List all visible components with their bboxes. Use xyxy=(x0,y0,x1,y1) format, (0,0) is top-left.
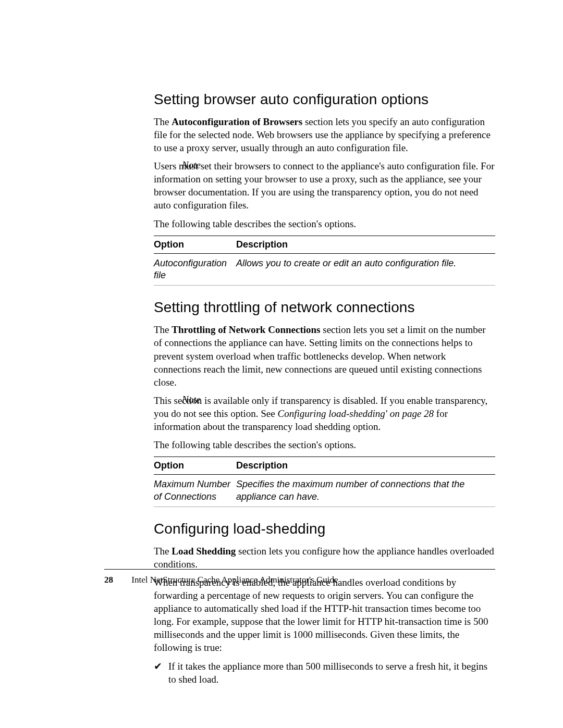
footer-text: 28 Intel NetStructure Cache Appliance Ad… xyxy=(104,575,495,585)
section-browser-autoconfig: Setting browser auto configuration optio… xyxy=(154,91,495,286)
section-heading: Setting browser auto configuration optio… xyxy=(154,91,495,108)
col-header-option: Option xyxy=(154,457,236,475)
section-heading: Configuring load-shedding xyxy=(154,521,495,537)
note-text: Users must set their browsers to connect… xyxy=(154,159,495,212)
text: The xyxy=(154,116,172,127)
section-load-shedding: Configuring load-shedding The Load Shedd… xyxy=(154,521,495,686)
page-number: 28 xyxy=(104,575,129,585)
checkmark-icon: ✔ xyxy=(154,660,162,673)
checklist: ✔ If it takes the appliance more than 50… xyxy=(154,660,495,686)
cell-option: Autoconfiguration file xyxy=(154,253,236,286)
paragraph: The Throttling of Network Connections se… xyxy=(154,323,495,388)
text: The xyxy=(154,546,172,557)
note-text: This section is available only if transp… xyxy=(154,394,495,433)
list-item: ✔ If it takes the appliance more than 50… xyxy=(154,660,495,686)
table-header-row: Option Description xyxy=(154,236,495,253)
options-table-autoconfig: Option Description Autoconfiguration fil… xyxy=(154,236,495,286)
table-row: Maximum Number of Connections Specifies … xyxy=(154,475,495,507)
note-label: Note xyxy=(154,159,201,171)
paragraph: The Autoconfiguration of Browsers sectio… xyxy=(154,115,495,154)
cell-option: Maximum Number of Connections xyxy=(154,475,236,507)
text: The xyxy=(154,324,172,335)
bold-text: Throttling of Network Connections xyxy=(172,324,320,335)
page-footer: 28 Intel NetStructure Cache Appliance Ad… xyxy=(104,569,495,585)
document-page: Setting browser auto configuration optio… xyxy=(0,0,563,728)
col-header-option: Option xyxy=(154,236,236,253)
note-block: Note This section is available only if t… xyxy=(154,394,495,433)
table-row: Autoconfiguration file Allows you to cre… xyxy=(154,253,495,286)
document-title: Intel NetStructure Cache Appliance Admin… xyxy=(131,575,338,585)
table-header-row: Option Description xyxy=(154,457,495,475)
options-table-throttling: Option Description Maximum Number of Con… xyxy=(154,456,495,507)
table-lead: The following table describes the sectio… xyxy=(154,438,495,451)
bold-text: Load Shedding xyxy=(172,546,236,557)
section-heading: Setting throttling of network connection… xyxy=(154,299,495,316)
col-header-description: Description xyxy=(236,457,495,475)
table-lead: The following table describes the sectio… xyxy=(154,217,495,230)
section-throttling: Setting throttling of network connection… xyxy=(154,299,495,507)
note-block: Note Users must set their browsers to co… xyxy=(154,159,495,212)
note-label: Note xyxy=(154,394,201,405)
col-header-description: Description xyxy=(236,236,495,253)
paragraph: When transparency is enabled, the applia… xyxy=(154,576,495,654)
paragraph: The Load Shedding section lets you confi… xyxy=(154,545,495,571)
cross-reference: Configuring load-shedding' on page 28 xyxy=(277,408,434,419)
bold-text: Autoconfiguration of Browsers xyxy=(172,116,302,127)
list-item-text: If it takes the appliance more than 500 … xyxy=(168,661,487,685)
cell-description: Specifies the maximum number of connecti… xyxy=(236,475,495,507)
footer-rule xyxy=(104,569,495,570)
cell-description: Allows you to create or edit an auto con… xyxy=(236,253,495,286)
